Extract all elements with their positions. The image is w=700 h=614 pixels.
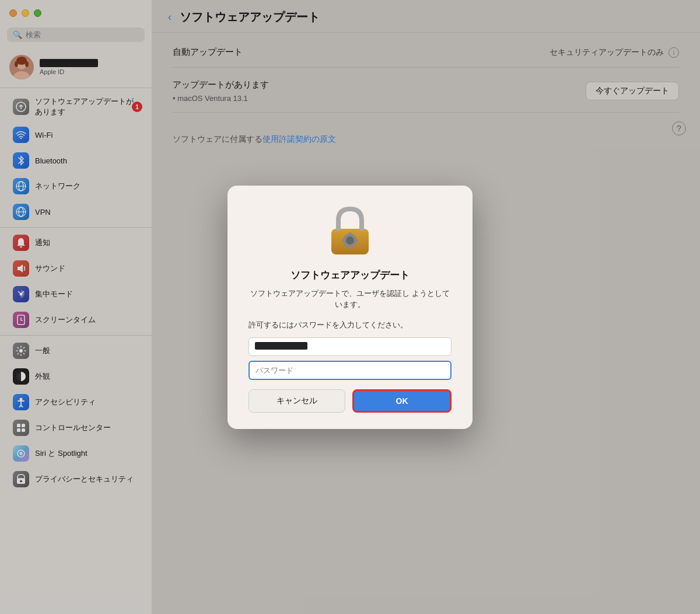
modal-overlay: ソフトウェアアップデート ソフトウェアアップデートで、ユーザを認証し ようとして… [0,0,700,614]
username-field [249,337,452,356]
modal-prompt: 許可するにはパスワードを入力してください。 [249,320,408,330]
username-blocked [255,342,307,350]
modal-dialog: ソフトウェアアップデート ソフトウェアアップデートで、ユーザを認証し ようとして… [228,186,473,429]
svg-rect-36 [349,245,351,249]
cancel-button[interactable]: キャンセル [249,389,345,413]
modal-title: ソフトウェアアップデート [290,268,410,282]
svg-rect-37 [355,239,358,242]
svg-rect-38 [342,239,345,242]
lock-icon [327,204,373,257]
modal-description: ソフトウェアアップデートで、ユーザを認証し ようとしています。 [249,288,452,311]
password-field-wrapper [249,361,452,380]
password-input[interactable] [249,361,452,380]
lock-icon-container [327,204,373,259]
ok-button[interactable]: OK [352,389,452,413]
svg-rect-35 [349,232,351,236]
main-content: ‹ ソフトウェアアップデート 自動アップデート セキュリティアップデートのみ i… [152,0,700,614]
modal-buttons: キャンセル OK [249,389,452,413]
svg-point-34 [346,236,354,245]
